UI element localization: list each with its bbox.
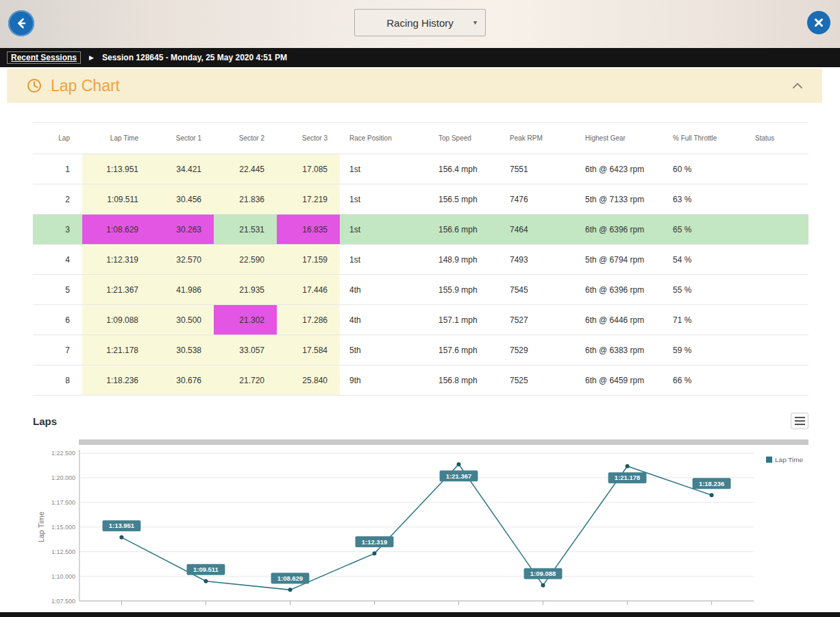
chart-range-scrollbar[interactable] (79, 439, 808, 445)
breadcrumb: Recent Sessions ▶ Session 128645 - Monda… (0, 48, 840, 67)
column-header: Sector 1 (151, 123, 214, 154)
table-cell: 22.445 (214, 154, 277, 184)
table-cell: 22.590 (214, 245, 277, 274)
svg-text:1:09.511: 1:09.511 (193, 566, 219, 573)
column-header: Highest Gear (576, 123, 663, 154)
chevron-up-icon[interactable] (792, 82, 803, 89)
laps-chart-section: Laps 1:07.5001:10.0001:12.5001:15.0001:1… (33, 411, 808, 612)
table-cell: 6th @ 6396 rpm (576, 215, 663, 244)
recent-sessions-link[interactable]: Recent Sessions (7, 51, 81, 64)
table-cell (745, 245, 808, 274)
close-icon (813, 17, 824, 28)
svg-text:1:09.088: 1:09.088 (530, 570, 556, 577)
svg-text:1:10.000: 1:10.000 (51, 573, 75, 580)
bottom-bar (0, 612, 840, 617)
table-cell: 17.159 (277, 245, 340, 274)
table-row[interactable]: 31:08.62930.26321.53116.8351st156.6 mph7… (33, 215, 808, 245)
lap-chart-section-header[interactable]: Lap Chart (7, 69, 822, 103)
table-cell: 17.584 (277, 335, 340, 365)
svg-text:1:12.319: 1:12.319 (362, 538, 387, 546)
table-cell: 1:21.178 (82, 335, 151, 365)
svg-text:1:22.500: 1:22.500 (51, 450, 75, 457)
table-row[interactable]: 11:13.95134.42122.44517.0851st156.4 mph7… (33, 154, 808, 184)
table-cell: 1:21.367 (82, 275, 151, 304)
back-button[interactable] (8, 10, 34, 36)
table-cell: 9th (340, 365, 429, 395)
table-cell: 156.6 mph (429, 215, 500, 244)
table-cell: 4 (33, 245, 82, 274)
table-cell: 1:09.088 (82, 305, 151, 335)
table-cell: 30.676 (151, 365, 214, 395)
table-cell: 6th @ 6383 rpm (576, 335, 663, 365)
chart-menu-button[interactable] (791, 413, 808, 429)
table-cell: 17.446 (277, 275, 340, 304)
table-cell: 7545 (500, 275, 576, 304)
table-cell: 1:13.951 (82, 154, 151, 184)
svg-text:1:12.500: 1:12.500 (51, 548, 75, 555)
svg-text:1:21.178: 1:21.178 (615, 474, 640, 481)
table-cell: 16.835 (277, 215, 340, 244)
page-selector-dropdown[interactable]: Racing History ▾ (354, 9, 486, 36)
table-row[interactable]: 21:09.51130.45621.83617.2191st156.5 mph7… (33, 184, 808, 215)
table-cell (745, 184, 808, 214)
breadcrumb-arrow-icon: ▶ (89, 54, 94, 61)
table-cell: 30.538 (151, 335, 214, 365)
page-selector-label: Racing History (386, 17, 454, 29)
table-cell: 1 (33, 154, 82, 184)
table-cell: 157.1 mph (429, 305, 500, 335)
table-cell: 59 % (663, 335, 745, 365)
table-cell: 1:12.319 (82, 245, 151, 274)
arrow-left-icon (14, 16, 28, 30)
lap-table: LapLap TimeSector 1Sector 2Sector 3Race … (33, 122, 808, 396)
svg-text:1:21.367: 1:21.367 (446, 472, 471, 480)
table-row[interactable]: 41:12.31932.57022.59017.1591st148.9 mph7… (33, 245, 808, 275)
table-cell: 7551 (500, 154, 576, 184)
table-cell: 33.057 (214, 335, 277, 365)
table-cell: 71 % (663, 305, 745, 335)
table-cell: 1st (340, 245, 429, 274)
table-cell: 17.286 (277, 305, 340, 335)
column-header: Sector 3 (277, 123, 340, 154)
table-cell: 1st (340, 154, 429, 184)
table-cell: 7464 (500, 215, 576, 244)
svg-text:1:07.500: 1:07.500 (51, 598, 75, 605)
table-cell: 60 % (663, 154, 745, 184)
column-header: Lap (33, 123, 82, 154)
table-cell (745, 215, 808, 244)
clock-icon (26, 77, 42, 94)
table-cell: 7529 (500, 335, 576, 365)
svg-text:1:13.951: 1:13.951 (109, 522, 134, 529)
table-row[interactable]: 71:21.17830.53833.05717.5845th157.6 mph7… (33, 335, 808, 365)
svg-text:Lap Time: Lap Time (37, 511, 45, 542)
table-cell: 34.421 (151, 154, 214, 184)
table-cell: 17.219 (277, 184, 340, 214)
table-cell (745, 154, 808, 184)
table-row[interactable]: 51:21.36741.98621.93517.4464th155.9 mph7… (33, 275, 808, 305)
table-cell: 8 (33, 365, 82, 395)
table-cell: 21.720 (214, 365, 277, 395)
table-cell: 21.935 (214, 275, 277, 304)
table-row[interactable]: 81:18.23630.67621.72025.8409th156.8 mph7… (33, 365, 808, 396)
close-button[interactable] (807, 11, 830, 34)
table-cell: 148.9 mph (429, 245, 500, 274)
table-cell: 7525 (500, 365, 576, 395)
table-cell: 5th @ 6794 rpm (576, 245, 663, 274)
table-cell: 54 % (663, 245, 745, 274)
table-cell: 25.840 (277, 365, 340, 395)
column-header: Status (745, 123, 808, 154)
top-bar: Racing History ▾ (0, 0, 840, 48)
column-header: Race Position (340, 123, 429, 154)
table-cell: 17.085 (277, 154, 340, 184)
table-header-row: LapLap TimeSector 1Sector 2Sector 3Race … (33, 123, 808, 154)
table-cell: 7527 (500, 305, 576, 335)
table-cell: 5th @ 7133 rpm (576, 184, 663, 214)
table-cell: 30.500 (151, 305, 214, 335)
table-cell: 156.8 mph (429, 365, 500, 395)
session-title: Session 128645 - Monday, 25 May 2020 4:5… (102, 53, 287, 62)
table-cell: 4th (340, 275, 429, 304)
hamburger-icon (795, 417, 805, 418)
table-cell: 55 % (663, 275, 745, 304)
column-header: Sector 2 (214, 123, 277, 154)
table-row[interactable]: 61:09.08830.50021.30217.2864th157.1 mph7… (33, 305, 808, 335)
table-cell: 156.4 mph (429, 154, 500, 184)
